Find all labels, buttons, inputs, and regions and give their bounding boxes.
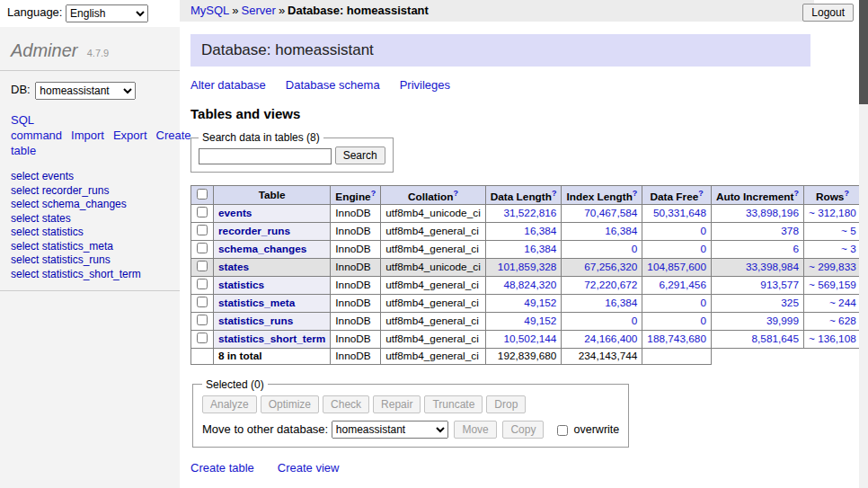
data-free-link[interactable]: 0 bbox=[700, 297, 706, 309]
table-name-link[interactable]: events bbox=[218, 207, 252, 219]
rows-link[interactable]: ~ 312,180 bbox=[809, 207, 856, 219]
auto-increment-link[interactable]: 33,898,196 bbox=[746, 207, 799, 219]
data-free-link[interactable]: 0 bbox=[700, 243, 706, 255]
row-checkbox[interactable] bbox=[197, 297, 208, 307]
data-length-link[interactable]: 101,859,328 bbox=[498, 261, 557, 273]
data-free-link[interactable]: 0 bbox=[700, 225, 706, 237]
scrollbar-thumb[interactable] bbox=[859, 0, 868, 104]
sidebar-table-link-select-statistics-meta[interactable]: select statistics_meta bbox=[11, 240, 169, 254]
row-checkbox[interactable] bbox=[197, 279, 208, 289]
data-free-link[interactable]: 0 bbox=[700, 315, 706, 327]
db-action-link-database-schema[interactable]: Database schema bbox=[286, 78, 380, 92]
row-checkbox[interactable] bbox=[197, 333, 208, 343]
sidebar-link-import[interactable]: Import bbox=[71, 129, 104, 142]
row-checkbox[interactable] bbox=[197, 315, 208, 325]
index-length-link[interactable]: 16,384 bbox=[605, 225, 637, 237]
data-length-link[interactable]: 48,824,320 bbox=[503, 279, 556, 291]
copy-button[interactable]: Copy bbox=[502, 421, 544, 439]
index-length-link[interactable]: 67,256,320 bbox=[584, 261, 637, 273]
table-name-link[interactable]: statistics bbox=[218, 279, 264, 291]
auto-increment-link[interactable]: 8,581,645 bbox=[752, 333, 799, 345]
auto-increment-link[interactable]: 33,398,984 bbox=[746, 261, 799, 273]
check-button[interactable]: Check bbox=[323, 395, 369, 413]
logout-button[interactable]: Logout bbox=[802, 4, 854, 22]
help-link[interactable]: ? bbox=[633, 189, 638, 198]
data-free-link[interactable]: 6,291,456 bbox=[659, 279, 705, 291]
analyze-button[interactable]: Analyze bbox=[202, 395, 257, 413]
overwrite-checkbox[interactable] bbox=[557, 425, 568, 436]
data-free-link[interactable]: 104,857,600 bbox=[647, 261, 706, 273]
move-button[interactable]: Move bbox=[454, 421, 496, 439]
auto-increment-link[interactable]: 913,577 bbox=[760, 279, 799, 291]
sidebar-table-link-select-statistics[interactable]: select statistics bbox=[11, 226, 169, 240]
data-length-link[interactable]: 16,384 bbox=[524, 225, 556, 237]
auto-increment-link[interactable]: 39,999 bbox=[766, 315, 799, 327]
help-link[interactable]: ? bbox=[453, 189, 458, 198]
row-checkbox[interactable] bbox=[197, 207, 208, 217]
sidebar-table-link-select-states[interactable]: select states bbox=[11, 212, 169, 226]
rows-link[interactable]: ~ 299,833 bbox=[809, 261, 856, 273]
rows-link[interactable]: ~ 628 bbox=[829, 315, 856, 327]
db-select[interactable]: homeassistant bbox=[35, 82, 136, 100]
help-link[interactable]: ? bbox=[698, 189, 704, 198]
breadcrumb-link-server[interactable]: Server bbox=[242, 4, 276, 17]
sidebar-table-link-select-schema-changes[interactable]: select schema_changes bbox=[11, 198, 169, 212]
help-link[interactable]: ? bbox=[793, 189, 799, 198]
rows-link[interactable]: ~ 569,159 bbox=[809, 279, 856, 291]
rows-link[interactable]: ~ 3 bbox=[841, 243, 856, 255]
sidebar-table-link-select-statistics-runs[interactable]: select statistics_runs bbox=[11, 253, 169, 268]
search-input[interactable] bbox=[199, 148, 332, 164]
rows-link[interactable]: ~ 244 bbox=[829, 297, 856, 309]
index-length-link[interactable]: 0 bbox=[632, 315, 638, 327]
sidebar-link-sql-command[interactable]: SQL command bbox=[11, 113, 62, 142]
data-length-link[interactable]: 49,152 bbox=[524, 315, 556, 327]
auto-increment-link[interactable]: 325 bbox=[781, 297, 799, 309]
data-length-link[interactable]: 49,152 bbox=[524, 297, 556, 309]
table-name-link[interactable]: states bbox=[218, 261, 249, 273]
data-length-link[interactable]: 10,502,144 bbox=[503, 333, 556, 345]
db-action-link-alter-database[interactable]: Alter database bbox=[190, 78, 266, 92]
help-link[interactable]: ? bbox=[552, 189, 557, 198]
db-action-link-privileges[interactable]: Privileges bbox=[400, 78, 450, 92]
index-length-link[interactable]: 0 bbox=[632, 243, 638, 255]
repair-button[interactable]: Repair bbox=[373, 395, 421, 413]
table-name-link[interactable]: statistics_meta bbox=[218, 297, 295, 309]
drop-button[interactable]: Drop bbox=[486, 395, 526, 413]
auto-increment-link[interactable]: 6 bbox=[793, 243, 799, 255]
table-name-link[interactable]: statistics_short_term bbox=[218, 333, 325, 345]
row-checkbox[interactable] bbox=[197, 261, 208, 271]
sidebar-table-link-select-recorder-runs[interactable]: select recorder_runs bbox=[11, 184, 169, 199]
optimize-button[interactable]: Optimize bbox=[261, 395, 319, 413]
row-checkbox[interactable] bbox=[197, 225, 208, 235]
table-name-link[interactable]: schema_changes bbox=[218, 243, 306, 255]
truncate-button[interactable]: Truncate bbox=[424, 395, 483, 413]
table-name-link[interactable]: recorder_runs bbox=[218, 225, 290, 237]
data-free-link[interactable]: 50,331,648 bbox=[653, 207, 706, 219]
scrollbar[interactable] bbox=[859, 0, 868, 488]
sidebar-table-link-select-events[interactable]: select events bbox=[11, 170, 169, 184]
index-length-link[interactable]: 70,467,584 bbox=[584, 207, 637, 219]
language-select[interactable]: English bbox=[66, 4, 148, 22]
select-all-checkbox[interactable] bbox=[197, 189, 208, 200]
index-length-link[interactable]: 16,384 bbox=[605, 297, 637, 309]
help-link[interactable]: ? bbox=[844, 189, 849, 198]
auto-increment-link[interactable]: 378 bbox=[781, 225, 799, 237]
create-link-create-table[interactable]: Create table bbox=[190, 461, 254, 475]
create-link-create-view[interactable]: Create view bbox=[278, 461, 340, 475]
rows-link[interactable]: ~ 136,108 bbox=[809, 333, 856, 345]
breadcrumb-link-mysql[interactable]: MySQL bbox=[190, 4, 229, 17]
data-free-link[interactable]: 188,743,680 bbox=[647, 333, 706, 345]
index-length-link[interactable]: 24,166,400 bbox=[584, 333, 637, 345]
table-name-link[interactable]: statistics_runs bbox=[218, 315, 293, 327]
sidebar-table-link-select-statistics-short-term[interactable]: select statistics_short_term bbox=[11, 268, 169, 282]
table-row: schema_changesInnoDButf8mb4_general_ci16… bbox=[191, 240, 868, 258]
rows-link[interactable]: ~ 5 bbox=[841, 225, 856, 237]
index-length-link[interactable]: 72,220,672 bbox=[584, 279, 637, 291]
sidebar-link-export[interactable]: Export bbox=[113, 129, 147, 142]
help-link[interactable]: ? bbox=[371, 189, 376, 198]
data-length-link[interactable]: 31,522,816 bbox=[503, 207, 556, 219]
row-checkbox[interactable] bbox=[197, 243, 208, 253]
move-db-select[interactable]: homeassistant bbox=[332, 421, 448, 439]
data-length-link[interactable]: 16,384 bbox=[524, 243, 556, 255]
search-button[interactable]: Search bbox=[335, 146, 385, 164]
